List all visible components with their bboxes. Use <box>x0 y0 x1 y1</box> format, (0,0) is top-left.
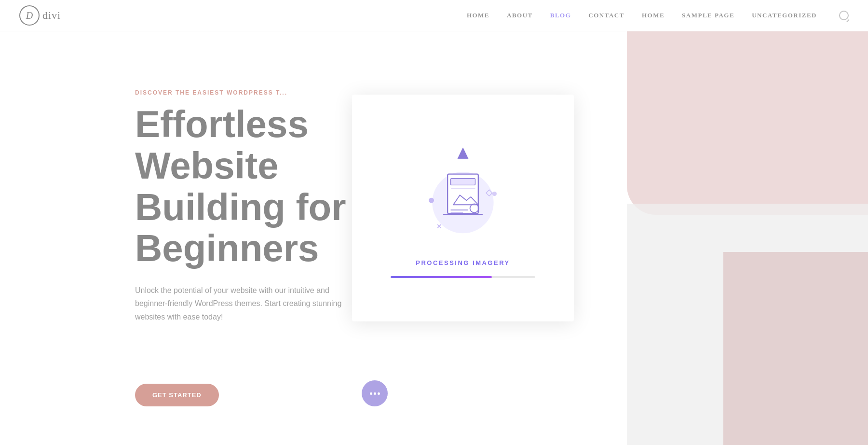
modal-icon-area <box>410 139 516 245</box>
processing-modal: PROCESSING IMAGERY <box>352 95 574 321</box>
document-icon <box>415 143 511 240</box>
svg-rect-8 <box>451 178 475 185</box>
modal-overlay: PROCESSING IMAGERY <box>0 0 868 445</box>
svg-point-1 <box>429 197 434 203</box>
progress-fill <box>391 276 492 278</box>
processing-label: PROCESSING IMAGERY <box>416 259 510 266</box>
progress-bar <box>391 276 535 278</box>
svg-point-2 <box>492 192 497 196</box>
svg-marker-3 <box>458 148 468 159</box>
